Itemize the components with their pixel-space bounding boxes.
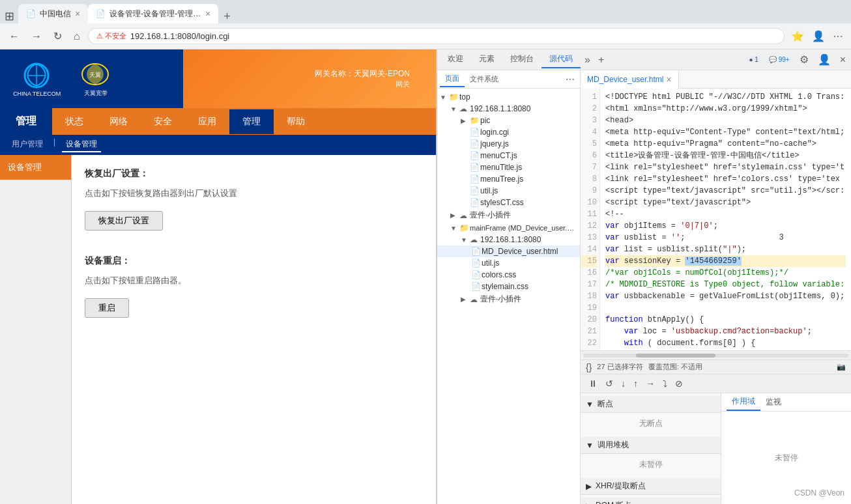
debug-step-over-btn[interactable]: ↓ — [618, 377, 628, 390]
cloud-folder-icon3: ☁ — [470, 235, 480, 244]
debug-step-btn[interactable]: ⤵ — [660, 377, 670, 390]
address-bar[interactable]: ⚠ 不安全 192.168.1.1:8080/login.cgi — [88, 28, 785, 44]
status-chars: 27 已选择字符 — [597, 362, 642, 372]
tree-ip-root[interactable]: ▼ ☁ 192.168.1.1:8080 — [437, 103, 580, 115]
breakpoints-header[interactable]: ▼ 断点 — [581, 396, 721, 413]
callstack-header[interactable]: ▼ 调用堆栈 — [581, 437, 721, 454]
tree-menutree[interactable]: 📄 menuTree.js — [437, 173, 580, 185]
debug-step-into-btn[interactable]: ↑ — [631, 377, 641, 390]
tree-label-top: top — [459, 92, 470, 102]
dt-tab-welcome[interactable]: 欢迎 — [440, 51, 471, 68]
tree-util[interactable]: 📄 util.js — [437, 185, 580, 197]
ft-tab-page[interactable]: 页面 — [440, 71, 465, 87]
devtools-body: 页面 文件系统 ⋯ ▼ 📁 top ▼ ☁ 192.168.1.1: — [437, 70, 851, 504]
tab-2-favicon: 📄 — [96, 9, 106, 18]
nav-help[interactable]: 帮助 — [274, 109, 318, 134]
new-tab-button[interactable]: + — [218, 10, 236, 23]
tree-ip-mainframe[interactable]: ▼ ☁ 192.168.1.1:8080 — [437, 234, 580, 245]
tree-md-device[interactable]: 📄 MD_Device_user.html — [437, 245, 580, 257]
nav-status[interactable]: 状态 — [52, 109, 96, 134]
more-button[interactable]: ⋯ — [830, 27, 846, 45]
tree-stylesct[interactable]: 📄 stylesCT.css — [437, 197, 580, 208]
dt-close-devtools[interactable]: × — [837, 51, 848, 68]
tab-2[interactable]: 📄 设备管理-设备管理-管理-中国电... × — [88, 4, 218, 23]
dt-new-tab[interactable]: + — [594, 54, 608, 66]
nav-app[interactable]: 应用 — [185, 109, 229, 134]
dt-user-button[interactable]: 👤 — [815, 51, 833, 68]
tree-stylemain[interactable]: 📄 stylemain.css — [437, 281, 580, 292]
reboot-button[interactable]: 重启 — [85, 298, 129, 318]
code-line-6: <title>设备管理-设备管理-管理-中国电信</title> — [605, 150, 846, 161]
code-line-16: /*var obj1Cols = numOfCol(obj1Items);*/ — [605, 267, 846, 279]
home-button[interactable]: ⌂ — [70, 28, 84, 45]
horizontal-scrollbar[interactable] — [581, 350, 851, 359]
dt-settings-button[interactable]: ⚙ — [797, 51, 811, 68]
tree-login-cgi[interactable]: 📄 login.cgi — [437, 126, 580, 138]
profile-button[interactable]: 👤 — [809, 27, 828, 45]
router-header-info: 网关名称：天翼网关-EPON 网关 — [315, 68, 410, 89]
tree-arrow-mainframe: ▼ — [450, 225, 459, 232]
browser-chrome: ⊞ 📄 中国电信 × 📄 设备管理-设备管理-管理-中国电... × + ← →… — [0, 0, 851, 49]
gateway-name: 网关名称：天翼网关-EPON — [315, 68, 410, 79]
address-url: 192.168.1.1:8080/login.cgi — [130, 31, 230, 41]
debug-pause-btn[interactable]: ⏸ — [586, 377, 600, 390]
source-tab-md[interactable]: MD_Device_user.html × — [581, 70, 679, 89]
dt-badge-2: 💬 99+ — [766, 56, 793, 63]
file-icon-menutitle: 📄 — [470, 163, 480, 172]
tree-top[interactable]: ▼ 📁 top — [437, 91, 580, 103]
status-screenshot[interactable]: 📷 — [837, 363, 846, 371]
code-area[interactable]: 1 2 3 4 5 6 7 8 9 10 11 12 13 — [581, 89, 851, 350]
status-right: 📷 — [837, 363, 846, 371]
tree-mainframe[interactable]: ▼ 📁 mainFrame (MD_Device_user.ht... — [437, 222, 580, 234]
ft-more-button[interactable]: ⋯ — [563, 74, 577, 85]
status-range: 覆盖范围: 不适用 — [648, 362, 702, 372]
dt-tab-console[interactable]: 控制台 — [502, 51, 541, 68]
debug-deactivate-btn[interactable]: ⊘ — [672, 377, 685, 390]
dom-header[interactable]: ▶ DOM 断点 — [581, 497, 721, 504]
tree-label-stylemain: stylemain.css — [482, 282, 528, 291]
source-tab-close[interactable]: × — [666, 74, 671, 85]
sidebar-item-device-manage[interactable]: 设备管理 — [0, 155, 71, 180]
nav-security[interactable]: 安全 — [141, 109, 185, 134]
tree-plugin1[interactable]: ▶ ☁ 壹件·小插件 — [437, 208, 580, 222]
dt-more-tabs[interactable]: » — [581, 54, 594, 66]
dt-tab-source[interactable]: 源代码 — [541, 51, 581, 68]
xhr-header[interactable]: ▶ XHR/提取断点 — [581, 478, 721, 495]
reload-button[interactable]: ↻ — [50, 27, 66, 45]
tab-bar: ⊞ 📄 中国电信 × 📄 设备管理-设备管理-管理-中国电... × + — [0, 0, 851, 23]
cloud-folder-icon4: ☁ — [470, 295, 480, 304]
tree-plugin2[interactable]: ▶ ☁ 壹件·小插件 — [437, 292, 580, 306]
debugger-sections: ▼ 断点 无断点 ▼ 调用堆栈 未暂 — [581, 393, 721, 504]
dt-tab-elements[interactable]: 元素 — [471, 51, 502, 68]
rdp-tab-scope[interactable]: 作用域 — [727, 393, 760, 411]
extensions-button[interactable]: ⭐ — [788, 27, 807, 45]
cloud-folder-icon: ☁ — [459, 104, 470, 113]
tree-util2[interactable]: 📄 util.js — [437, 257, 580, 269]
tree-jquery[interactable]: 📄 jquery.js — [437, 138, 580, 150]
tree-label-login-cgi: login.cgi — [480, 128, 509, 137]
tab-2-close[interactable]: × — [205, 8, 210, 19]
tree-menutitle[interactable]: 📄 menuTitle.js — [437, 161, 580, 173]
tab-1-close[interactable]: × — [75, 8, 80, 19]
back-button[interactable]: ← — [5, 28, 23, 45]
watermark: CSDN @Veon — [794, 488, 844, 497]
factory-reset-button[interactable]: 恢复出厂设置 — [85, 211, 163, 231]
tab-1-title: 中国电信 — [40, 8, 71, 20]
debug-refresh-btn[interactable]: ↺ — [603, 377, 616, 390]
code-line-19 — [605, 302, 846, 314]
subnav-user-manage[interactable]: 用户管理 — [8, 137, 47, 152]
nav-network[interactable]: 网络 — [96, 109, 141, 134]
nav-manage[interactable]: 管理 — [229, 109, 274, 134]
tree-colors[interactable]: 📄 colors.css — [437, 269, 580, 281]
forward-button[interactable]: → — [27, 28, 46, 45]
status-braces[interactable]: {} — [586, 362, 592, 372]
debug-step-out-btn[interactable]: → — [643, 377, 657, 390]
browser-controls: ← → ↻ ⌂ ⚠ 不安全 192.168.1.1:8080/login.cgi… — [0, 23, 851, 49]
tree-pic[interactable]: ▶ 📁 pic — [437, 115, 580, 126]
debugger-controls: ⏸ ↺ ↓ ↑ → ⤵ ⊘ — [586, 377, 685, 390]
tree-menuct[interactable]: 📄 menuCT.js — [437, 150, 580, 161]
subnav-device-manage[interactable]: 设备管理 — [62, 137, 101, 152]
ft-tab-filesystem[interactable]: 文件系统 — [465, 72, 504, 87]
tab-1[interactable]: 📄 中国电信 × — [18, 4, 88, 23]
rdp-tab-watch[interactable]: 监视 — [760, 394, 786, 410]
